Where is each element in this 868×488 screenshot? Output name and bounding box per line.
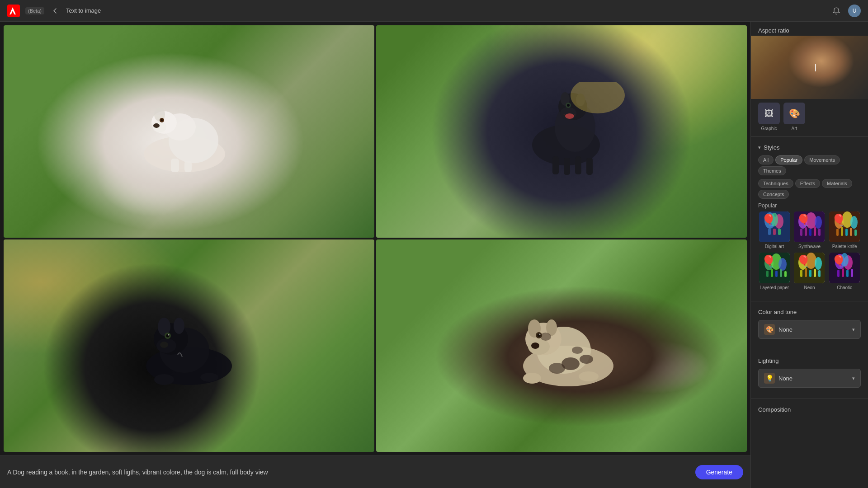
- style-thumb-chaotic: [829, 253, 860, 283]
- divider-2: [751, 301, 868, 301]
- svg-rect-59: [768, 229, 771, 235]
- svg-point-57: [774, 214, 783, 229]
- svg-rect-69: [814, 226, 816, 236]
- color-tone-icon: 🎨: [764, 324, 775, 335]
- filter-materials[interactable]: Materials: [822, 179, 852, 188]
- color-tone-dropdown[interactable]: 🎨 None ▾: [758, 320, 861, 339]
- style-label-layered-paper: Layered paper: [760, 285, 789, 290]
- svg-point-36: [154, 374, 174, 385]
- svg-point-83: [778, 258, 787, 271]
- user-avatar[interactable]: U: [848, 5, 861, 17]
- color-tone-section: Color and tone 🎨 None ▾: [751, 303, 868, 348]
- graphic-art-row: 🖼 Graphic 🎨 Art: [751, 99, 868, 135]
- graphic-style-item[interactable]: 🖼 Graphic: [758, 103, 780, 131]
- lighting-dropdown[interactable]: 💡 None ▾: [758, 369, 861, 388]
- topbar-title: Text to image: [66, 7, 101, 14]
- generate-button[interactable]: Generate: [695, 465, 743, 479]
- style-label-palette-knife: Palette knife: [832, 244, 857, 249]
- color-tone-title: Color and tone: [758, 309, 861, 315]
- svg-point-90: [798, 255, 807, 270]
- image-cell-3[interactable]: [4, 239, 374, 452]
- style-grid-row1: Digital art: [758, 211, 861, 249]
- image-cell-2[interactable]: [376, 25, 747, 238]
- color-tone-label: Color and tone: [758, 309, 797, 315]
- style-item-neon[interactable]: Neon: [793, 253, 826, 290]
- filter-all[interactable]: All: [758, 155, 774, 164]
- style-item-palette-knife[interactable]: Palette knife: [828, 211, 861, 249]
- svg-point-43: [572, 347, 583, 354]
- dog-image-4: [376, 239, 747, 452]
- notifications-icon[interactable]: [830, 5, 843, 17]
- style-filter-row-1: All Popular Movements Themes: [758, 155, 861, 175]
- svg-rect-70: [818, 229, 821, 236]
- svg-rect-67: [805, 227, 807, 236]
- svg-rect-11: [184, 161, 192, 172]
- svg-rect-22: [564, 158, 570, 175]
- prompt-input[interactable]: [7, 463, 690, 481]
- svg-rect-10: [171, 159, 179, 172]
- svg-point-99: [835, 254, 845, 269]
- styles-title: ▾ Styles: [758, 144, 861, 151]
- divider-4: [751, 399, 868, 399]
- style-label-neon: Neon: [804, 285, 815, 290]
- style-item-digital-art[interactable]: Digital art: [758, 211, 791, 249]
- svg-point-54: [579, 371, 599, 381]
- svg-point-35: [160, 342, 168, 348]
- filter-techniques[interactable]: Techniques: [758, 179, 793, 188]
- svg-rect-104: [846, 270, 849, 277]
- style-label-synthwave: Synthwave: [798, 244, 821, 249]
- svg-rect-24: [586, 158, 593, 175]
- svg-rect-61: [778, 229, 781, 235]
- style-thumb-layered-paper: [759, 253, 790, 283]
- styles-label: Styles: [764, 144, 779, 151]
- divider-1: [751, 136, 868, 137]
- main-content: Generate Aspect ratio 🖼 Graphic 🎨 Art ▾: [0, 22, 868, 488]
- svg-point-81: [764, 257, 774, 270]
- svg-point-74: [850, 216, 858, 229]
- filter-concepts[interactable]: Concepts: [758, 190, 789, 199]
- filter-popular[interactable]: Popular: [775, 155, 802, 164]
- composition-label: Composition: [758, 406, 791, 413]
- svg-rect-84: [766, 271, 769, 277]
- color-tone-value: None: [778, 326, 849, 333]
- filter-themes[interactable]: Themes: [758, 166, 786, 175]
- svg-rect-77: [845, 229, 848, 236]
- aspect-ratio-label: Aspect ratio: [751, 22, 868, 36]
- svg-point-19: [567, 104, 570, 107]
- art-thumb: 🎨: [783, 103, 805, 124]
- style-item-chaotic[interactable]: Chaotic: [828, 253, 861, 290]
- filter-effects[interactable]: Effects: [795, 179, 820, 188]
- svg-point-51: [539, 334, 541, 335]
- graphic-thumb: 🖼: [758, 103, 780, 124]
- dog-image-3: [4, 239, 374, 452]
- svg-point-91: [806, 253, 816, 269]
- image-cell-4[interactable]: [376, 239, 747, 452]
- lighting-section: Lighting 💡 None ▾: [751, 352, 868, 397]
- svg-rect-75: [836, 229, 839, 236]
- style-item-layered-paper[interactable]: Layered paper: [758, 253, 791, 290]
- divider-3: [751, 350, 868, 350]
- styles-chevron: ▾: [758, 145, 761, 150]
- style-thumb-digital-art: [759, 211, 790, 242]
- back-button[interactable]: [50, 5, 61, 16]
- color-tone-chevron: ▾: [852, 327, 855, 333]
- svg-point-37: [200, 373, 218, 382]
- lighting-icon: 💡: [764, 373, 775, 384]
- topbar: (Beta) Text to image U: [0, 0, 868, 22]
- prompt-bar: Generate: [0, 455, 750, 488]
- svg-rect-23: [575, 156, 581, 174]
- art-style-item[interactable]: 🎨 Art: [783, 103, 805, 131]
- svg-rect-88: [784, 271, 787, 277]
- svg-point-56: [764, 212, 775, 229]
- style-label-digital-art: Digital art: [765, 244, 784, 249]
- filter-movements[interactable]: Movements: [804, 155, 840, 164]
- image-cell-1[interactable]: [4, 25, 374, 238]
- style-label-chaotic: Chaotic: [837, 285, 852, 290]
- style-item-synthwave[interactable]: Synthwave: [793, 211, 826, 249]
- lighting-chevron: ▾: [852, 375, 855, 381]
- svg-rect-94: [805, 268, 807, 277]
- style-filter-row-2: Techniques Effects Materials Concepts: [758, 179, 861, 199]
- svg-rect-85: [771, 269, 773, 277]
- lighting-title: Lighting: [758, 357, 861, 364]
- popular-label: Popular: [758, 202, 861, 209]
